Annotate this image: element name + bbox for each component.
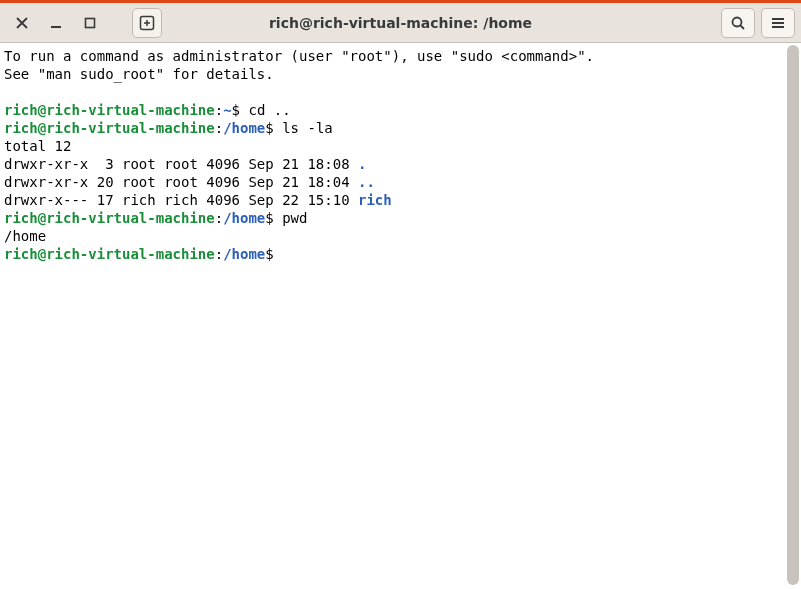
close-button[interactable] — [12, 13, 32, 33]
close-icon — [15, 16, 29, 30]
prompt-dollar: $ — [265, 246, 282, 262]
ls-row: drwxr-x--- 17 rich rich 4096 Sep 22 15:1… — [4, 192, 358, 208]
ls-row: drwxr-xr-x 3 root root 4096 Sep 21 18:08 — [4, 156, 358, 172]
prompt-user-host: rich@rich-virtual-machine — [4, 246, 215, 262]
hamburger-icon — [770, 15, 786, 31]
minimize-icon — [49, 16, 63, 30]
search-button[interactable] — [721, 8, 755, 38]
terminal-area[interactable]: To run a command as administrator (user … — [0, 43, 801, 589]
terminal-content: To run a command as administrator (user … — [0, 43, 801, 267]
maximize-icon — [83, 16, 97, 30]
prompt-sep: : — [215, 120, 223, 136]
prompt-user-host: rich@rich-virtual-machine — [4, 102, 215, 118]
window-controls — [6, 8, 162, 38]
svg-point-2 — [733, 17, 742, 26]
prompt-dollar: $ — [265, 210, 282, 226]
prompt-sep: : — [215, 246, 223, 262]
command-text: pwd — [282, 210, 307, 226]
ls-name: rich — [358, 192, 392, 208]
command-text: ls -la — [282, 120, 333, 136]
svg-rect-0 — [86, 18, 95, 27]
prompt-sep: : — [215, 102, 223, 118]
ls-name: .. — [358, 174, 375, 190]
prompt-dollar: $ — [265, 120, 282, 136]
ls-row: drwxr-xr-x 20 root root 4096 Sep 21 18:0… — [4, 174, 358, 190]
new-tab-button[interactable] — [132, 8, 162, 38]
prompt-path: /home — [223, 210, 265, 226]
titlebar-right-controls — [721, 8, 795, 38]
scrollbar[interactable] — [787, 45, 799, 585]
maximize-button[interactable] — [80, 13, 100, 33]
prompt-path: ~ — [223, 102, 231, 118]
titlebar: rich@rich-virtual-machine: /home — [0, 0, 801, 43]
menu-button[interactable] — [761, 8, 795, 38]
prompt-path: /home — [223, 246, 265, 262]
motd-line: See "man sudo_root" for details. — [4, 66, 274, 82]
prompt-user-host: rich@rich-virtual-machine — [4, 210, 215, 226]
prompt-dollar: $ — [232, 102, 249, 118]
search-icon — [730, 15, 746, 31]
motd-line: To run a command as administrator (user … — [4, 48, 594, 64]
prompt-user-host: rich@rich-virtual-machine — [4, 120, 215, 136]
prompt-path: /home — [223, 120, 265, 136]
ls-name: . — [358, 156, 366, 172]
new-tab-icon — [139, 15, 155, 31]
ls-total: total 12 — [4, 138, 71, 154]
command-text: cd .. — [248, 102, 290, 118]
prompt-sep: : — [215, 210, 223, 226]
minimize-button[interactable] — [46, 13, 66, 33]
pwd-output: /home — [4, 228, 46, 244]
